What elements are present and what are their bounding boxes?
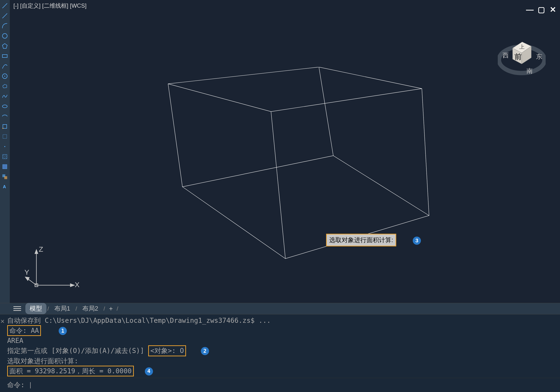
svg-rect-11 [3,135,7,138]
svg-line-1 [2,15,6,18]
svg-point-7 [4,76,5,77]
history-select-prompt: 选取对象进行面积计算: [7,356,560,366]
block-tool[interactable] [0,122,10,131]
point-tool[interactable] [0,142,10,151]
callout-1: 1 [59,327,67,335]
svg-marker-35 [70,284,74,287]
svg-text:A: A [3,184,6,189]
hatch-tool[interactable] [0,152,10,161]
svg-line-16 [4,156,7,159]
ellipse-arc-tool[interactable] [0,111,10,121]
gradient-tool[interactable] [0,162,10,171]
viewport-label: [-] [自定义] [二维线框] [WCS] [13,2,86,10]
close-history-icon[interactable]: ✕ [0,316,5,326]
command-history-panel: ✕ 自动保存到 C:\Users\DJ\AppData\Local\Temp\D… [0,314,560,378]
svg-line-17 [6,158,7,159]
maximize-button[interactable]: ▢ [537,6,546,13]
layout-tabs-bar: 模型 / 布局1 / 布局2 / + / [0,303,560,314]
ucs-z-label: Z [39,245,43,253]
window-controls: — ▢ ✕ [525,6,558,13]
input-caret [30,382,31,388]
svg-marker-33 [35,250,38,254]
minimize-button[interactable]: — [525,6,535,13]
draw-toolbar: A [0,0,10,303]
command-prompt-label: 命令: [7,381,25,389]
svg-rect-20 [4,176,7,179]
tab-model[interactable]: 模型 [25,303,46,314]
tab-layout1[interactable]: 布局1 [50,303,74,314]
svg-rect-18 [3,164,7,169]
viewcube-top-label: 上 [519,44,525,50]
revcloud-tool[interactable] [0,81,10,91]
svg-line-29 [319,67,333,156]
tab-layout2[interactable]: 布局2 [78,303,102,314]
add-layout-button[interactable]: + [106,305,116,312]
callout-4: 4 [145,367,153,375]
close-button[interactable]: ✕ [548,6,558,13]
history-autosave-line: 自动保存到 C:\Users\DJ\AppData\Local\Temp\Dra… [7,316,560,325]
viewcube-front-label: 前 [514,53,522,60]
history-area-line: AREA [7,336,560,345]
ellipse-tool[interactable] [0,101,10,111]
menu-icon[interactable] [13,305,21,312]
svg-marker-4 [2,44,7,48]
history-object-input: <对象>: O [148,345,186,356]
svg-marker-26 [168,67,422,111]
svg-point-8 [2,105,7,108]
rectangle-tool[interactable] [0,51,10,61]
callout-3: 3 [413,237,421,245]
arc2-tool[interactable] [0,61,10,71]
svg-rect-9 [3,124,7,128]
donut-tool[interactable] [0,71,10,81]
viewcube-south-label: 南 [527,67,533,74]
text-tool[interactable]: A [0,182,10,191]
polygon-tool[interactable] [0,41,10,51]
ucs-y-label: Y [24,268,29,276]
history-prompt-text: 指定第一点或 [对象(O)/添加(A)/减去(S)] [7,347,144,355]
ucs-axis-indicator: Z X Y [24,244,82,292]
svg-line-0 [2,3,7,8]
svg-line-31 [271,111,285,259]
callout-2: 2 [201,347,209,355]
svg-point-3 [2,33,7,38]
svg-point-10 [2,128,3,129]
viewcube-west-label: 西 [502,52,509,59]
command-input-bar[interactable]: 命令: [0,378,560,392]
line-tool[interactable] [0,1,10,10]
arc-tool[interactable] [0,21,10,31]
history-cmd-aa: 命令: AA [7,325,41,336]
svg-rect-5 [2,55,7,58]
history-area-result: 面积 = 93298.2519，周长 = 0.0000 [7,366,134,376]
svg-line-14 [3,154,4,156]
drawing-viewport[interactable]: [-] [自定义] [二维线框] [WCS] — ▢ ✕ 西 东 南 上 [10,0,560,303]
cursor-tooltip: 选取对象进行面积计算: [326,234,396,246]
spline-tool[interactable] [0,91,10,101]
svg-line-2 [6,13,7,15]
block2-tool[interactable] [0,132,10,141]
polyline-tool[interactable] [0,11,10,20]
svg-line-30 [422,89,429,216]
svg-marker-37 [25,277,29,281]
svg-line-15 [3,154,6,158]
circle-tool[interactable] [0,31,10,41]
view-cube[interactable]: 西 东 南 上 前 [498,33,546,81]
region-tool[interactable] [0,172,10,181]
ucs-x-label: X [75,281,80,289]
svg-line-28 [168,84,182,187]
svg-point-12 [4,146,5,147]
viewcube-east-label: 东 [536,53,542,60]
